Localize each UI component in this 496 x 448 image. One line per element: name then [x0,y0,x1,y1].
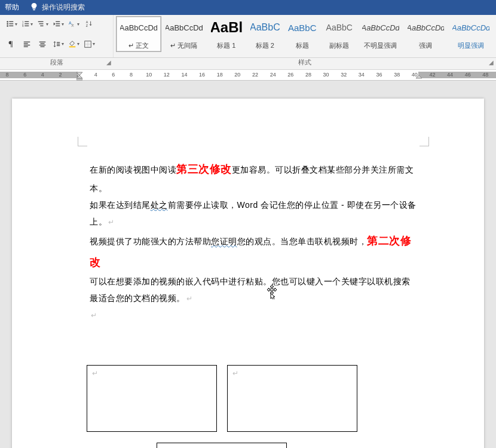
paragraph-dialog-launcher[interactable]: ◢ [106,59,111,66]
svg-rect-11 [25,26,29,26]
svg-rect-22 [24,41,30,42]
first-line-indent-marker[interactable] [76,70,81,81]
decrease-indent-button[interactable] [51,17,65,30]
bullets-button[interactable] [5,17,18,30]
ruler-tick: 2 [59,72,62,78]
ruler-tick: 46 [465,72,471,78]
style-name: 标题 2 [250,41,280,50]
ruler-tick: 6 [112,72,115,78]
style-强调[interactable]: AaBbCcDd强调 [403,16,449,52]
svg-rect-30 [57,42,60,42]
document-area[interactable]: 在新的阅读视图中阅读第三次修改更加容易。可以折叠文档某些部分并关注所需文本。 如… [0,81,496,448]
page[interactable]: 在新的阅读视图中阅读第三次修改更加容易。可以折叠文档某些部分并关注所需文本。 如… [12,99,484,448]
style-preview: AaBbCcDd [166,18,203,37]
style-name: 强调 [408,41,445,50]
text-box-3[interactable]: ↵ [157,443,287,448]
ruler-tick: 4 [41,72,44,78]
tell-me-search[interactable]: 操作说明搜索 [42,2,85,13]
svg-text:Z: Z [86,24,88,27]
ruler-tick: 26 [287,72,293,78]
svg-rect-32 [57,45,60,45]
ruler-tick: 48 [482,72,488,78]
style-preview: AaBbC [250,18,280,37]
style-name: 不明显强调 [362,41,399,50]
ruler-tick: 44 [447,72,453,78]
style-preview: AaBbCcDd [120,18,157,37]
styles-gallery[interactable]: AaBbCcDd↵ 正文AaBbCcDd↵ 无间隔AaBl标题 1AaBbC标题… [114,15,496,57]
text-box-1[interactable]: ↵ [87,365,217,432]
help-menu[interactable]: 帮助 [5,2,19,13]
svg-rect-29 [41,46,45,47]
align-left-button[interactable] [20,38,33,51]
shading-button[interactable] [67,38,80,51]
svg-rect-9 [25,23,29,24]
ruler-tick: 8 [5,72,8,78]
style-name: 标题 1 [211,41,243,50]
style-preview: AaBbC [288,18,317,37]
title-bar: 帮助 操作说明搜索 [0,0,496,15]
ruler-tick: 20 [234,72,240,78]
align-center-button[interactable] [36,38,49,51]
ruler-tick: 28 [305,72,311,78]
style-name: 明显强调 [452,41,489,50]
ruler-tick: 16 [199,72,205,78]
paragraph-3[interactable]: 视频提供了功能强大的方法帮助您证明您的观点。当您单击联机视频时，第二次修改 [90,230,418,273]
svg-rect-24 [24,44,30,45]
style-不明显强调[interactable]: AaBbCcDd不明显强调 [358,16,403,52]
paragraph-group-label: 段落 ◢ [0,58,114,69]
svg-rect-26 [39,41,46,42]
style-name: 标题 [288,41,317,50]
para-mark: ↵ [108,218,115,226]
line-spacing-button[interactable] [51,38,65,51]
svg-rect-7 [25,22,29,22]
style-明显强调[interactable]: AaBbCcDd明显强调 [448,16,494,52]
svg-rect-15 [56,22,60,22]
ribbon-group-labels: 段落 ◢ 样式 ◢ [0,58,496,70]
svg-rect-13 [39,23,43,24]
ruler-tick: 42 [429,72,435,78]
empty-paragraph[interactable]: ↵ [90,306,418,323]
ruler-tick: 22 [252,72,258,78]
multilevel-list-button[interactable] [36,17,49,30]
numbering-button[interactable]: 123 [20,17,33,30]
ruler-tick: 10 [146,72,152,78]
ruler-tick: 34 [359,72,365,78]
style-标题-1[interactable]: AaBl标题 1 [207,16,247,52]
ruler-tick: 24 [270,72,276,78]
ribbon: 123 A文 AZ AaBbCcDd↵ 正文 [0,15,496,58]
increase-indent-button[interactable]: A文 [67,17,80,30]
style-↵-正文[interactable]: AaBbCcDd↵ 正文 [116,16,161,52]
paragraph-group: 123 A文 AZ [0,15,114,57]
svg-point-2 [7,23,8,25]
horizontal-ruler[interactable]: 8642246810121416182022242628303234363840… [0,70,496,81]
sort-button[interactable]: AZ [82,17,96,30]
show-marks-button[interactable] [5,38,18,51]
style-preview: AaBbCcDd [452,18,489,37]
style-preview: AaBbCcDd [408,18,445,37]
styles-dialog-launcher[interactable]: ◢ [489,59,494,66]
style-↵-无间隔[interactable]: AaBbCcDd↵ 无间隔 [161,16,207,52]
right-indent-marker[interactable] [416,70,421,81]
ruler-tick: 4 [94,72,97,78]
grammar-wavy: 您证明 [211,237,237,246]
svg-rect-14 [40,26,43,26]
style-标题-2[interactable]: AaBbC标题 2 [246,16,284,52]
paragraph-1[interactable]: 在新的阅读视图中阅读第三次修改更加容易。可以折叠文档某些部分并关注所需文本。 [90,158,418,197]
margin-corner-tl [78,137,87,146]
svg-rect-1 [9,22,13,22]
style-标题[interactable]: AaBbC标题 [284,16,321,52]
style-preview: AaBbCcDd [362,18,399,37]
borders-button[interactable] [82,38,96,51]
paragraph-2[interactable]: 如果在达到结尾处之前需要停止读取，Word 会记住您的停止位置 - 即使在另一个… [90,197,418,230]
text-box-2[interactable]: ↵ [227,365,357,432]
margin-corner-tr [420,137,429,146]
lightbulb-icon [30,2,38,13]
style-副标题[interactable]: AaBbC副标题 [321,16,358,52]
para-mark: ↵ [92,369,98,378]
svg-rect-5 [9,26,13,26]
svg-text:文: 文 [71,23,74,27]
svg-rect-16 [56,23,60,24]
ruler-tick: 32 [341,72,347,78]
paragraph-4[interactable]: 可以在想要添加的视频的嵌入代码中进行粘贴。您也可以键入一个关键字以联机搜索最适合… [90,273,418,306]
svg-text:A: A [86,20,88,24]
